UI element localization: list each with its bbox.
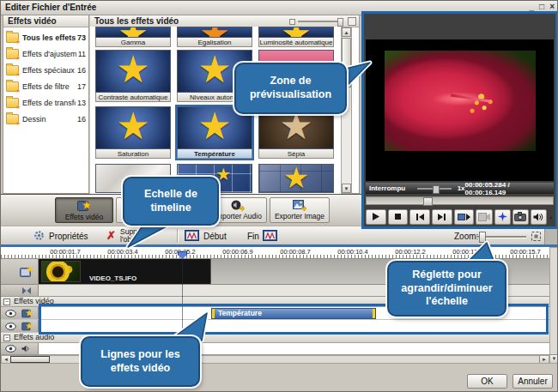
effect-tile[interactable]: Egalisation xyxy=(177,27,252,47)
maximize-button[interactable]: □ xyxy=(539,2,544,11)
sidebar-item[interactable]: Effets de filtre 17 xyxy=(3,78,88,94)
callout-preview-zone: Zone de prévisualisation xyxy=(234,63,347,114)
effect-star-icon xyxy=(283,164,309,192)
playback-status-bar: Interrompu 1x 00:00:05.284 / 00:00:16.14… xyxy=(366,183,554,194)
volume-popup-arrow-icon[interactable]: ▲ xyxy=(549,214,554,220)
video-clip[interactable]: VIDEO_TS.IFO xyxy=(39,259,211,284)
button-label: Exporter Image xyxy=(275,212,324,220)
ruler-time-label: 00:00:03.4 xyxy=(107,248,137,256)
eye-icon[interactable] xyxy=(5,345,16,353)
sidebar-item-count: 16 xyxy=(77,115,86,124)
collapse-icon[interactable]: − xyxy=(3,299,10,305)
scroll-right-icon[interactable]: ► xyxy=(539,356,549,363)
effect-tile-label: Température xyxy=(177,149,252,159)
callout-effect-lines: Lignes pour les effets vidéo xyxy=(81,336,200,387)
seek-handle[interactable] xyxy=(423,197,433,206)
end-marker-icon[interactable] xyxy=(263,230,277,241)
eye-icon[interactable] xyxy=(5,323,16,330)
delete-object-button[interactable]: Supprimer l'objet xyxy=(120,228,165,244)
callout-zoom-slider: Réglette pour agrandir/diminuer l'échell… xyxy=(387,261,506,317)
sidebar-item[interactable]: Effets spéciaux 16 xyxy=(3,62,88,78)
sidebar-header: Effets vidéo xyxy=(3,15,88,27)
effect-tile[interactable] xyxy=(258,164,334,193)
effect-tile-label: Gamma xyxy=(95,38,171,47)
audio-line-header xyxy=(1,343,39,354)
ruler-time-label: 00:00:10.4 xyxy=(337,248,367,256)
effect-tile-label: Sépia xyxy=(258,149,334,159)
minimize-button[interactable]: _ xyxy=(530,2,535,11)
effect-tile[interactable]: Luminosité automatique xyxy=(258,27,334,47)
begin-marker-icon[interactable] xyxy=(185,230,199,241)
collapse-icon[interactable]: − xyxy=(3,335,10,341)
fit-to-screen-icon[interactable] xyxy=(531,231,542,242)
sidebar-item-label: Effets de transformation xyxy=(22,99,76,107)
sidebar-item-count: 13 xyxy=(77,99,86,107)
speaker-export-icon xyxy=(231,200,245,211)
temperature-effect-block[interactable]: Température xyxy=(211,308,376,319)
scroll-down-icon[interactable]: ▼ xyxy=(342,184,351,193)
video-display xyxy=(366,39,554,181)
effect-tile[interactable]: Gamma xyxy=(95,27,171,47)
eye-icon[interactable] xyxy=(5,310,16,317)
size-slider-track[interactable] xyxy=(298,21,343,22)
sidebar-item[interactable]: Effets d'ajustement 11 xyxy=(3,45,88,62)
hscroll-thumb[interactable] xyxy=(10,356,50,363)
size-small-icon xyxy=(289,19,295,25)
transition-icon xyxy=(21,286,32,295)
group-label: Effets audio xyxy=(14,333,54,342)
sidebar-item[interactable]: Effets de transformation 13 xyxy=(3,94,88,111)
gear-icon xyxy=(33,230,45,241)
sidebar-item[interactable]: Tous les effets vidéo 73 xyxy=(3,29,88,45)
folder-icon xyxy=(6,65,19,75)
sidebar-item-label: Effets de filtre xyxy=(22,82,76,91)
speed-slider-handle[interactable] xyxy=(433,185,440,194)
folder-icon xyxy=(6,49,19,59)
speed-slider[interactable] xyxy=(417,188,451,190)
delete-x-icon: ✗ xyxy=(106,229,116,242)
effect-thumbnail xyxy=(95,27,171,38)
sidebar-item[interactable]: Dessin 16 xyxy=(3,111,88,127)
thumbnail-size-slider[interactable] xyxy=(289,18,356,25)
ruler-time-label: 00:00:08.7 xyxy=(280,248,310,256)
zoom-slider-handle[interactable] xyxy=(479,232,486,243)
snapshot-camera-button[interactable] xyxy=(513,209,529,225)
split-screen-button[interactable] xyxy=(494,209,511,225)
end-button[interactable]: Fin xyxy=(247,232,259,241)
begin-button[interactable]: Début xyxy=(203,232,227,241)
effect-tile[interactable]: Contraste automatique xyxy=(95,50,171,102)
seek-bar[interactable] xyxy=(366,196,554,205)
effect-tile-label: Saturation xyxy=(95,149,171,159)
export-image-button[interactable]: Exporter Image xyxy=(270,197,330,223)
video-track-icon xyxy=(20,266,33,278)
stop-button[interactable] xyxy=(388,209,409,225)
effect-tile[interactable]: Saturation xyxy=(95,106,171,159)
next-frame-button[interactable] xyxy=(432,209,452,225)
effect-thumbnail xyxy=(258,27,334,38)
play-button[interactable] xyxy=(366,209,386,225)
video-effect-line-2[interactable] xyxy=(1,320,549,333)
effects-category-tree: Tous les effets vidéo 73 Effets d'ajuste… xyxy=(3,27,88,129)
scroll-down-icon[interactable]: ▼ xyxy=(550,354,558,363)
timeline-vscrollbar[interactable]: ▼ xyxy=(549,247,558,364)
previous-frame-button[interactable] xyxy=(409,209,430,225)
ruler-time-label: 00:00:12.2 xyxy=(395,248,425,256)
tab-effets-video[interactable]: Effets vidéo xyxy=(55,197,113,223)
effects-category-panel: Effets vidéo Tous les effets vidéo 73 Ef… xyxy=(3,15,89,194)
video-track-header xyxy=(1,259,39,284)
properties-button[interactable]: Propriétés xyxy=(49,232,88,241)
close-button[interactable]: × xyxy=(549,2,555,11)
timeline-ruler[interactable]: 00:00:01.7 00:00:03.4 00:00:05.2 00:00:0… xyxy=(1,247,549,259)
effect-tile[interactable]: Température xyxy=(177,106,252,159)
scroll-up-icon[interactable]: ▲ xyxy=(342,27,351,37)
play-to-marker-button[interactable] xyxy=(454,209,475,225)
effect-line-header xyxy=(1,320,39,332)
callout-timeline-scale: Echelle de timeline xyxy=(123,177,219,226)
size-slider-handle[interactable] xyxy=(337,18,343,27)
ok-button[interactable]: OK xyxy=(467,374,507,389)
cancel-button[interactable]: Annuler xyxy=(513,374,553,389)
speed-value: 1x xyxy=(458,184,465,192)
effect-tile[interactable]: Sépia xyxy=(258,106,334,159)
volume-button[interactable] xyxy=(531,209,547,225)
ruler-time-label: 00:00:06.9 xyxy=(222,248,252,256)
video-overlay-button[interactable] xyxy=(476,209,492,225)
